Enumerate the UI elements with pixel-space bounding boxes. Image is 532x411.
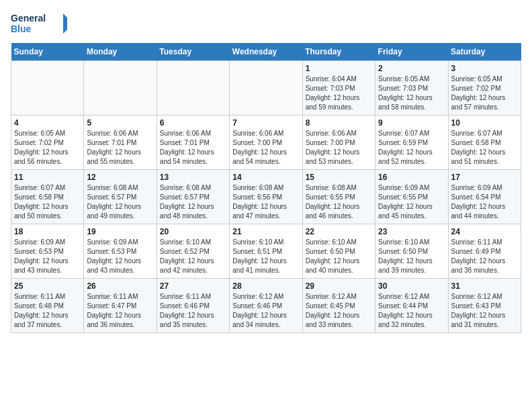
calendar-day-cell: 16Sunrise: 6:09 AMSunset: 6:55 PMDayligh…: [375, 170, 448, 224]
weekday-header-thursday: Thursday: [302, 43, 375, 61]
day-number: 2: [378, 64, 445, 73]
calendar-day-cell: 20Sunrise: 6:10 AMSunset: 6:52 PMDayligh…: [157, 224, 229, 279]
calendar-day-cell: 1Sunrise: 6:04 AMSunset: 7:03 PMDaylight…: [302, 61, 375, 116]
day-info: Sunrise: 6:12 AMSunset: 6:45 PMDaylight:…: [306, 292, 372, 330]
calendar-empty-cell: [84, 61, 157, 116]
weekday-header-wednesday: Wednesday: [230, 43, 302, 61]
calendar-empty-cell: [157, 61, 229, 116]
day-info: Sunrise: 6:09 AMSunset: 6:55 PMDaylight:…: [378, 183, 445, 221]
day-info: Sunrise: 6:10 AMSunset: 6:50 PMDaylight:…: [378, 238, 445, 275]
day-number: 24: [451, 227, 518, 236]
calendar-day-cell: 26Sunrise: 6:11 AMSunset: 6:47 PMDayligh…: [84, 279, 157, 333]
day-info: Sunrise: 6:06 AMSunset: 7:01 PMDaylight:…: [160, 129, 226, 167]
day-info: Sunrise: 6:11 AMSunset: 6:49 PMDaylight:…: [451, 238, 518, 275]
day-number: 23: [378, 227, 445, 236]
calendar-day-cell: 9Sunrise: 6:07 AMSunset: 6:59 PMDaylight…: [375, 116, 448, 170]
day-number: 16: [378, 173, 445, 182]
calendar-day-cell: 27Sunrise: 6:11 AMSunset: 6:46 PMDayligh…: [157, 279, 229, 333]
calendar-day-cell: 4Sunrise: 6:05 AMSunset: 7:02 PMDaylight…: [11, 116, 84, 170]
day-number: 6: [160, 118, 226, 128]
day-info: Sunrise: 6:04 AMSunset: 7:03 PMDaylight:…: [306, 75, 372, 112]
day-info: Sunrise: 6:09 AMSunset: 6:54 PMDaylight:…: [451, 183, 518, 221]
logo: General Blue: [11, 11, 71, 38]
day-info: Sunrise: 6:10 AMSunset: 6:50 PMDaylight:…: [306, 238, 372, 275]
day-info: Sunrise: 6:09 AMSunset: 6:53 PMDaylight:…: [87, 238, 153, 275]
day-number: 17: [451, 173, 518, 182]
weekday-header-friday: Friday: [375, 43, 448, 61]
day-number: 27: [160, 281, 226, 291]
calendar-day-cell: 18Sunrise: 6:09 AMSunset: 6:53 PMDayligh…: [11, 224, 84, 279]
day-info: Sunrise: 6:07 AMSunset: 6:58 PMDaylight:…: [14, 183, 81, 221]
day-info: Sunrise: 6:07 AMSunset: 6:58 PMDaylight:…: [451, 129, 518, 167]
day-number: 3: [451, 64, 518, 73]
calendar-week-row: 4Sunrise: 6:05 AMSunset: 7:02 PMDaylight…: [11, 116, 521, 170]
day-number: 26: [87, 281, 153, 291]
day-info: Sunrise: 6:05 AMSunset: 7:02 PMDaylight:…: [451, 75, 518, 112]
day-number: 1: [306, 64, 372, 73]
calendar-day-cell: 17Sunrise: 6:09 AMSunset: 6:54 PMDayligh…: [448, 170, 521, 224]
day-number: 9: [378, 118, 445, 128]
day-info: Sunrise: 6:05 AMSunset: 7:03 PMDaylight:…: [378, 75, 445, 112]
day-info: Sunrise: 6:10 AMSunset: 6:51 PMDaylight:…: [232, 238, 299, 275]
day-number: 11: [14, 173, 81, 182]
calendar-week-row: 25Sunrise: 6:11 AMSunset: 6:48 PMDayligh…: [11, 279, 521, 333]
svg-text:Blue: Blue: [11, 24, 32, 34]
day-number: 31: [451, 281, 518, 291]
day-number: 18: [14, 227, 81, 236]
day-number: 5: [87, 118, 153, 128]
day-info: Sunrise: 6:05 AMSunset: 7:02 PMDaylight:…: [14, 129, 81, 167]
calendar-day-cell: 25Sunrise: 6:11 AMSunset: 6:48 PMDayligh…: [11, 279, 84, 333]
day-info: Sunrise: 6:09 AMSunset: 6:53 PMDaylight:…: [14, 238, 81, 275]
weekday-header-saturday: Saturday: [448, 43, 521, 61]
calendar-day-cell: 6Sunrise: 6:06 AMSunset: 7:01 PMDaylight…: [157, 116, 229, 170]
calendar-day-cell: 14Sunrise: 6:08 AMSunset: 6:56 PMDayligh…: [230, 170, 302, 224]
day-info: Sunrise: 6:07 AMSunset: 6:59 PMDaylight:…: [378, 129, 445, 167]
day-info: Sunrise: 6:06 AMSunset: 7:00 PMDaylight:…: [306, 129, 372, 167]
calendar-day-cell: 13Sunrise: 6:08 AMSunset: 6:57 PMDayligh…: [157, 170, 229, 224]
weekday-header-row: SundayMondayTuesdayWednesdayThursdayFrid…: [11, 43, 521, 61]
page-header: General Blue: [11, 11, 521, 38]
calendar-day-cell: 2Sunrise: 6:05 AMSunset: 7:03 PMDaylight…: [375, 61, 448, 116]
weekday-header-tuesday: Tuesday: [157, 43, 229, 61]
day-info: Sunrise: 6:12 AMSunset: 6:46 PMDaylight:…: [232, 292, 299, 330]
day-info: Sunrise: 6:10 AMSunset: 6:52 PMDaylight:…: [160, 238, 226, 275]
calendar-day-cell: 31Sunrise: 6:12 AMSunset: 6:43 PMDayligh…: [448, 279, 521, 333]
day-number: 28: [232, 281, 299, 291]
calendar-week-row: 11Sunrise: 6:07 AMSunset: 6:58 PMDayligh…: [11, 170, 521, 224]
svg-text:General: General: [11, 13, 46, 24]
day-number: 29: [306, 281, 372, 291]
calendar-day-cell: 22Sunrise: 6:10 AMSunset: 6:50 PMDayligh…: [302, 224, 375, 279]
day-number: 20: [160, 227, 226, 236]
calendar-day-cell: 28Sunrise: 6:12 AMSunset: 6:46 PMDayligh…: [230, 279, 302, 333]
day-number: 10: [451, 118, 518, 128]
calendar-day-cell: 3Sunrise: 6:05 AMSunset: 7:02 PMDaylight…: [448, 61, 521, 116]
calendar-day-cell: 15Sunrise: 6:08 AMSunset: 6:55 PMDayligh…: [302, 170, 375, 224]
calendar-table: SundayMondayTuesdayWednesdayThursdayFrid…: [11, 43, 521, 333]
calendar-week-row: 18Sunrise: 6:09 AMSunset: 6:53 PMDayligh…: [11, 224, 521, 279]
day-info: Sunrise: 6:08 AMSunset: 6:56 PMDaylight:…: [232, 183, 299, 221]
day-number: 22: [306, 227, 372, 236]
calendar-day-cell: 19Sunrise: 6:09 AMSunset: 6:53 PMDayligh…: [84, 224, 157, 279]
calendar-day-cell: 23Sunrise: 6:10 AMSunset: 6:50 PMDayligh…: [375, 224, 448, 279]
calendar-day-cell: 21Sunrise: 6:10 AMSunset: 6:51 PMDayligh…: [230, 224, 302, 279]
day-number: 30: [378, 281, 445, 291]
day-number: 4: [14, 118, 81, 128]
calendar-day-cell: 12Sunrise: 6:08 AMSunset: 6:57 PMDayligh…: [84, 170, 157, 224]
svg-marker-2: [63, 13, 71, 34]
calendar-day-cell: 5Sunrise: 6:06 AMSunset: 7:01 PMDaylight…: [84, 116, 157, 170]
day-number: 21: [232, 227, 299, 236]
day-info: Sunrise: 6:12 AMSunset: 6:44 PMDaylight:…: [378, 292, 445, 330]
day-number: 8: [306, 118, 372, 128]
calendar-empty-cell: [11, 61, 84, 116]
calendar-day-cell: 30Sunrise: 6:12 AMSunset: 6:44 PMDayligh…: [375, 279, 448, 333]
calendar-day-cell: 24Sunrise: 6:11 AMSunset: 6:49 PMDayligh…: [448, 224, 521, 279]
calendar-day-cell: 7Sunrise: 6:06 AMSunset: 7:00 PMDaylight…: [230, 116, 302, 170]
day-number: 12: [87, 173, 153, 182]
calendar-day-cell: 10Sunrise: 6:07 AMSunset: 6:58 PMDayligh…: [448, 116, 521, 170]
day-info: Sunrise: 6:11 AMSunset: 6:46 PMDaylight:…: [160, 292, 226, 330]
logo-svg: General Blue: [11, 11, 71, 38]
day-number: 19: [87, 227, 153, 236]
day-info: Sunrise: 6:06 AMSunset: 7:00 PMDaylight:…: [232, 129, 299, 167]
calendar-day-cell: 8Sunrise: 6:06 AMSunset: 7:00 PMDaylight…: [302, 116, 375, 170]
day-number: 25: [14, 281, 81, 291]
